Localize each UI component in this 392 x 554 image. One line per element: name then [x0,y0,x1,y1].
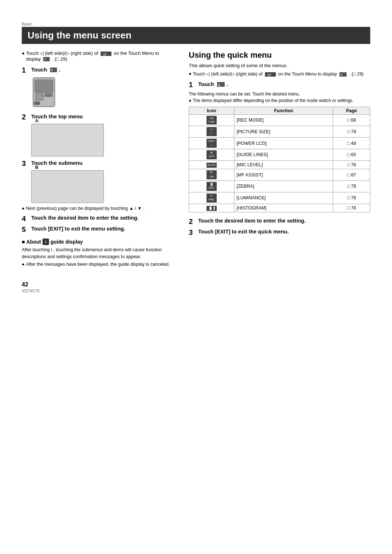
model-number: VQT4C76 [22,289,370,293]
step5-row: 5 Touch [EXIT] to exit the menu setting. [22,225,174,233]
quick-table: Icon Function Page HQFHD [REC MODE] □ 68… [189,107,370,212]
quick-bullet: ● Touch ◁ (left side)/▷ (right side) of … [189,71,370,77]
r-step1-label: Touch Q . [198,81,228,88]
td-fn-1: [REC MODE] [234,114,333,126]
svg-text:◁|||▷: ◁|||▷ [266,73,272,76]
r-step1-row: 1 Touch Q . [189,81,370,89]
info-icon: i [42,239,49,245]
step1-row: 1 Touch P . [22,66,174,74]
icon-mf-assist: 🔍ON [207,170,217,179]
td-fn-3: [POWER LCD] [234,138,333,149]
th-page: Page [333,107,370,114]
icon-mic-level: AUTO [207,163,217,168]
td-pg-5: □ 76 [333,160,370,169]
th-function: Function [234,107,333,114]
step5-num: 5 [22,225,29,233]
r-step2-row: 2 Touch the desired item to enter the se… [189,217,370,225]
quick-bullet-text: Touch ◁ (left side)/▷ (right side) of ◁|… [193,71,364,77]
r-step3-num: 3 [189,228,196,236]
icon-zebra: ▓OFF [207,182,217,191]
page-label: Basic [22,22,370,26]
step4-row: 4 Touch the desired item to enter the se… [22,215,174,223]
td-pg-6: □ 87 [333,169,370,181]
page-footer: 42 VQT4C76 [22,281,370,293]
td-icon-4: ⊞OFF [189,149,234,161]
table-row: ⊞OFF [GUIDE LINES] □ 65 [189,149,370,161]
td-fn-6: [MF ASSIST] [234,169,333,181]
title-bar: Using the menu screen [22,27,370,44]
table-header-row: Icon Function Page [189,107,370,114]
touch-menu-icon-r: ◁|||▷ [265,72,276,77]
svg-text:◁|||▷: ◁|||▷ [102,53,108,56]
table-row: 🔍ON [MF ASSIST] □ 87 [189,169,370,181]
table-row: □ /□ [PICTURE SIZE] □ 79 [189,126,370,138]
td-icon-7: ▓OFF [189,181,234,192]
step1-num: 1 [22,66,29,74]
td-pg-3: □ 48 [333,138,370,149]
step4-num: 4 [22,215,29,223]
icon-guide-lines: ⊞OFF [207,150,217,159]
td-pg-9: □ 78 [333,204,370,212]
about-bullet-text: After the messages have been displayed, … [26,262,170,267]
td-fn-2: [PICTURE SIZE] [234,126,333,138]
step3-row: 3 Touch the submenu [22,159,174,167]
diagram-b: B [31,170,104,203]
bullet-dot: ● [22,50,25,56]
label-a: A [35,118,38,123]
td-icon-8: ☀MNL [189,192,234,204]
quick-bullet-dot: ● [189,71,192,77]
label-b: B [35,165,38,170]
td-pg-1: □ 68 [333,114,370,126]
icon-histogram: ▐▌▐ [207,206,217,211]
about-word: About [26,239,41,245]
quick-title: Using the quick menu [189,50,370,60]
table-row: AUTO [MIC LEVEL] □ 76 [189,160,370,169]
step3-label: Touch the submenu [31,159,82,167]
about-bullet-dot: ● [22,262,25,267]
next-page-text: Next (previous) page can be displayed by… [26,206,144,211]
icon-luminance: ☀MNL [207,194,217,203]
step1-icon: P [50,68,57,73]
quick-desc: This allows quick setting of some of the… [189,63,370,68]
td-icon-1: HQFHD [189,114,234,126]
device-diagram-1: ... ◁|||▷ [31,77,174,111]
table-head: Icon Function Page [189,107,370,114]
note2-text: The items displayed differ depending on … [193,98,354,103]
td-icon-3: OFF/□ [189,138,234,149]
about-body: After touching i , touching the submenus… [22,247,174,260]
svg-rect-9 [45,94,52,97]
td-fn-7: [ZEBRA] [234,181,333,192]
table-row: ☀MNL [LUMINANCE] □ 78 [189,192,370,204]
svg-text:...: ... [36,96,38,99]
device-svg-1: ... ◁|||▷ [31,77,60,110]
step5-label: Touch [EXIT] to exit the menu setting. [31,225,125,232]
icon-power-lcd: OFF/□ [207,139,217,148]
quick-display-icon: Q [339,72,347,77]
diagram-a: A [31,124,104,156]
r-step1-icon: Q [217,82,225,87]
next-page-note: ● Next (previous) page can be displayed … [22,206,174,211]
about-section: ■ About i guide display After touching i… [22,239,174,267]
intro-bullet: ● Touch ◁ (left side)/▷ (right side) of … [22,50,174,62]
svg-rect-7 [35,80,53,93]
td-fn-9: [HISTOGRAM] [234,204,333,212]
r-step3-row: 3 Touch [EXIT] to exit the quick menu. [189,228,370,236]
svg-text:P: P [51,69,53,72]
td-pg-4: □ 65 [333,149,370,161]
td-icon-6: 🔍ON [189,169,234,181]
step-items-note2: ● The items displayed differ depending o… [189,98,370,103]
table-body: HQFHD [REC MODE] □ 68 □ /□ [PICTURE SIZE… [189,114,370,212]
icon-pic-size: □ /□ [207,127,217,136]
svg-text:Q: Q [340,73,342,76]
black-square: ■ [22,239,25,245]
step4-label: Touch the desired item to enter the sett… [31,215,139,221]
table-row: ▐▌▐ [HISTOGRAM] □ 78 [189,204,370,212]
icon-rec-mode: HQFHD [207,116,217,125]
page-number: 42 [22,281,370,288]
touch-menu-icon: ◁|||▷ [100,51,112,56]
right-column: Using the quick menu This allows quick s… [189,50,370,239]
step-items-note: The following menus can be set. Touch th… [189,91,370,97]
step3-num: 3 [22,159,29,167]
td-fn-8: [LUMINANCE] [234,192,333,204]
intro-text: Touch ◁ (left side)/▷ (right side) of ◁|… [26,50,174,62]
